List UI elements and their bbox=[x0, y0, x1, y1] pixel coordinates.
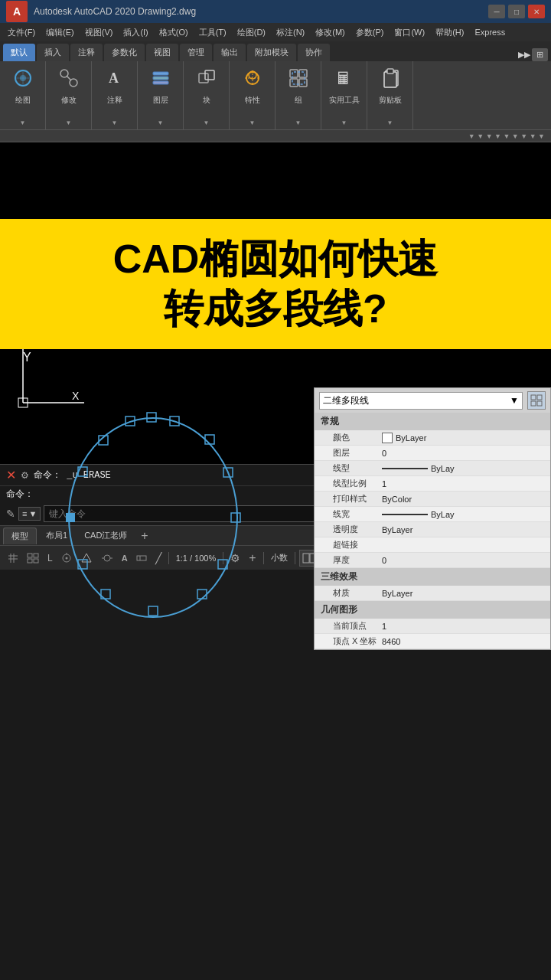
annotate-label: 注释 bbox=[107, 95, 122, 106]
minimize-button[interactable]: ─ bbox=[488, 5, 505, 18]
prop-value-material[interactable]: ByLayer bbox=[382, 589, 544, 598]
prop-value-thickness[interactable]: 0 bbox=[382, 556, 544, 565]
ribbon-group-draw: 绘图 ▼ bbox=[0, 61, 46, 129]
svg-text:X: X bbox=[72, 390, 80, 402]
utils-icon[interactable]: 🖩 bbox=[331, 64, 358, 92]
group-icon[interactable] bbox=[285, 64, 312, 92]
annotate-icon[interactable]: A bbox=[101, 64, 129, 92]
block-expand[interactable]: ▼ bbox=[204, 119, 210, 126]
section-3deffects: 三维效果 bbox=[315, 568, 550, 586]
menu-item-编辑E[interactable]: 编辑(E) bbox=[41, 25, 79, 40]
modify-icon[interactable] bbox=[55, 64, 83, 92]
line-sample bbox=[382, 468, 428, 469]
prop-value-lw[interactable]: ByLay bbox=[382, 510, 544, 519]
prop-value-ltscale[interactable]: 1 bbox=[382, 479, 544, 488]
ribbon-tab-插入[interactable]: 插入 bbox=[37, 44, 69, 61]
menu-item-标注N[interactable]: 标注(N) bbox=[272, 25, 309, 40]
group-expand[interactable]: ▼ bbox=[295, 119, 302, 126]
block-icon[interactable] bbox=[193, 64, 220, 92]
ribbon-tab-视图[interactable]: 视图 bbox=[146, 44, 178, 61]
ribbon-tab-默认[interactable]: 默认 bbox=[3, 44, 35, 61]
prop-value-plotstyle[interactable]: ByColor bbox=[382, 495, 544, 504]
props-expand[interactable]: ▼ bbox=[249, 119, 256, 126]
svg-rect-54 bbox=[34, 554, 38, 557]
ribbon-tab-协作[interactable]: 协作 bbox=[298, 44, 330, 61]
menu-item-视图V[interactable]: 视图(V) bbox=[80, 25, 118, 40]
svg-rect-48 bbox=[537, 401, 542, 406]
cmd-line2-text: 命令： bbox=[6, 488, 34, 501]
menu-item-帮助H[interactable]: 帮助(H) bbox=[431, 25, 468, 40]
prop-value-color[interactable]: ByLayer bbox=[382, 433, 544, 443]
ribbon-tab-参数化[interactable]: 参数化 bbox=[104, 44, 145, 61]
separator3 bbox=[263, 552, 264, 564]
layer-icon[interactable] bbox=[147, 64, 174, 92]
close-button[interactable]: ✕ bbox=[528, 5, 545, 18]
modify-expand[interactable]: ▼ bbox=[66, 119, 72, 126]
prop-value-layer[interactable]: 0 bbox=[382, 449, 544, 458]
menu-item-工具T[interactable]: 工具(T) bbox=[194, 25, 231, 40]
ribbon-icon-row3: A bbox=[101, 64, 129, 92]
titlebar-title: Autodesk AutoCAD 2020 Drawing2.dwg bbox=[34, 6, 196, 17]
ribbon-tab-注释[interactable]: 注释 bbox=[70, 44, 103, 61]
svg-rect-28 bbox=[205, 435, 214, 444]
clipboard-icon[interactable] bbox=[377, 64, 404, 92]
ribbon-tab-输出[interactable]: 输出 bbox=[214, 44, 246, 61]
banner-text: CAD椭圆如何快速转成多段线? bbox=[23, 234, 528, 334]
menu-item-修改M[interactable]: 修改(M) bbox=[311, 25, 350, 40]
snap-grid-btn[interactable] bbox=[5, 551, 21, 565]
menu-item-参数P[interactable]: 参数(P) bbox=[351, 25, 389, 40]
expand-arrows[interactable]: ▼ ▼ ▼ ▼ ▼ ▼ ▼ ▼ ▼ bbox=[468, 132, 545, 140]
ribbon-group-annotate: A 注释 ▼ bbox=[92, 61, 138, 129]
utils-expand[interactable]: ▼ bbox=[341, 119, 347, 126]
svg-rect-47 bbox=[531, 401, 536, 406]
section-geometry: 几何图形 bbox=[315, 601, 550, 619]
cmd-dropdown[interactable]: ≡ ▼ bbox=[18, 507, 41, 521]
ribbon-tab-管理[interactable]: 管理 bbox=[180, 44, 212, 61]
annotate-expand[interactable]: ▼ bbox=[112, 119, 118, 126]
prop-value-linetype[interactable]: ByLay bbox=[382, 464, 544, 473]
props-icon-button[interactable] bbox=[527, 391, 546, 410]
prop-value-curvertex[interactable]: 1 bbox=[382, 622, 544, 631]
menu-item-格式O[interactable]: 格式(O) bbox=[155, 25, 193, 40]
svg-rect-21 bbox=[292, 72, 305, 84]
layer-expand[interactable]: ▼ bbox=[158, 119, 164, 126]
svg-rect-45 bbox=[531, 395, 536, 400]
clipboard-label: 剪贴板 bbox=[379, 95, 402, 106]
clipboard-expand[interactable]: ▼ bbox=[387, 119, 393, 126]
menu-item-文件F[interactable]: 文件(F) bbox=[3, 25, 40, 40]
prop-row-layer: 图层 0 bbox=[315, 446, 550, 461]
prop-label-hyperlink: 超链接 bbox=[321, 539, 382, 550]
prop-value-vertx[interactable]: 8460 bbox=[382, 637, 544, 646]
prop-value-transparency[interactable]: ByLayer bbox=[382, 525, 544, 534]
properties-icon[interactable] bbox=[239, 64, 266, 92]
menu-item-窗口W[interactable]: 窗口(W) bbox=[390, 25, 429, 40]
svg-text:🖩: 🖩 bbox=[335, 69, 352, 88]
menu-item-Express[interactable]: Express bbox=[470, 26, 510, 38]
prop-label-material: 材质 bbox=[321, 587, 382, 599]
units-btn[interactable]: 小数 bbox=[268, 550, 291, 565]
drawing-area: CAD椭圆如何快速转成多段线? bbox=[0, 142, 551, 464]
svg-rect-8 bbox=[153, 72, 168, 75]
tab-model[interactable]: 模型 bbox=[3, 528, 37, 544]
svg-rect-27 bbox=[147, 413, 156, 422]
menu-item-绘图D[interactable]: 绘图(D) bbox=[233, 25, 270, 40]
svg-rect-9 bbox=[153, 77, 168, 80]
props-dropdown[interactable]: 二维多段线 ▼ bbox=[319, 392, 523, 410]
draw-expand[interactable]: ▼ bbox=[20, 119, 26, 126]
layer-label: 图层 bbox=[153, 95, 168, 106]
prop-label-curvertex: 当前顶点 bbox=[321, 620, 382, 632]
grid-display-btn[interactable] bbox=[24, 551, 42, 565]
cmd-close-button[interactable]: ✕ bbox=[6, 468, 16, 482]
props-header: 二维多段线 ▼ bbox=[315, 388, 550, 413]
color-swatch bbox=[382, 433, 393, 443]
cmd-dropdown-icon: ≡ bbox=[22, 509, 27, 518]
ribbon-tab-more[interactable]: ▶▶⊞ bbox=[518, 48, 548, 61]
restore-button[interactable]: □ bbox=[508, 5, 525, 18]
svg-rect-46 bbox=[537, 395, 542, 400]
cmd-settings-icon[interactable]: ⚙ bbox=[21, 470, 29, 481]
utils-label: 实用工具 bbox=[329, 95, 360, 106]
menu-item-插入I[interactable]: 插入(I) bbox=[119, 25, 152, 40]
draw-icon[interactable] bbox=[9, 64, 37, 92]
svg-rect-32 bbox=[197, 590, 207, 599]
ribbon-tab-附加模块[interactable]: 附加模块 bbox=[247, 44, 296, 61]
